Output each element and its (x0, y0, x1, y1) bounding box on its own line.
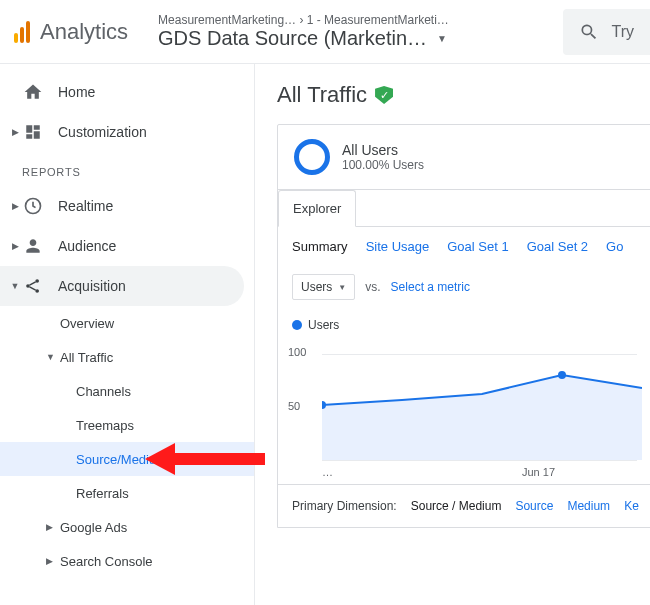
sidebar-sub-all-traffic[interactable]: ▼All Traffic (0, 340, 254, 374)
metric-dropdown[interactable]: Users▼ (292, 274, 355, 300)
chevron-down-icon[interactable]: ▼ (437, 33, 447, 44)
sidebar-item-home[interactable]: Home (0, 72, 254, 112)
sidebar-item-acquisition[interactable]: ▼ Acquisition (0, 266, 244, 306)
sidebar: Home ▶ Customization REPORTS ▶ Realtime … (0, 64, 255, 605)
sidebar-sub2-source-medium[interactable]: Source/Medium (0, 442, 254, 476)
legend-label: Users (308, 318, 339, 332)
person-icon (22, 235, 44, 257)
search-placeholder: Try (611, 23, 634, 41)
sidebar-section-reports: REPORTS (0, 152, 254, 186)
pd-keyword[interactable]: Ke (624, 499, 639, 513)
sidebar-sub-overview[interactable]: Overview (0, 306, 254, 340)
select-metric-link[interactable]: Select a metric (391, 280, 470, 294)
home-icon (22, 81, 44, 103)
pd-medium[interactable]: Medium (567, 499, 610, 513)
pd-source[interactable]: Source (515, 499, 553, 513)
segment-row[interactable]: All Users 100.00% Users (278, 125, 650, 190)
ga-logo-icon (14, 21, 30, 43)
dashboard-icon (22, 121, 44, 143)
subtab-goal-set-2[interactable]: Goal Set 2 (527, 239, 588, 254)
sidebar-item-customization[interactable]: ▶ Customization (0, 112, 254, 152)
subtab-goal-set-1[interactable]: Goal Set 1 (447, 239, 508, 254)
clock-icon (22, 195, 44, 217)
sidebar-sub2-channels[interactable]: Channels (0, 374, 254, 408)
breadcrumb-title: GDS Data Source (Marketin… (158, 27, 427, 50)
sidebar-sub-search-console[interactable]: ▶Search Console (0, 544, 254, 578)
chevron-down-icon: ▼ (338, 283, 346, 292)
sidebar-sub2-treemaps[interactable]: Treemaps (0, 408, 254, 442)
product-name: Analytics (40, 19, 128, 45)
pd-source-medium[interactable]: Source / Medium (411, 499, 502, 513)
subtab-more[interactable]: Go (606, 239, 623, 254)
subtab-summary[interactable]: Summary (292, 239, 348, 254)
share-icon (22, 275, 44, 297)
search-icon (579, 22, 599, 42)
chart-area: 100 50 … Jun 17 (292, 340, 637, 480)
sidebar-sub-google-ads[interactable]: ▶Google Ads (0, 510, 254, 544)
tab-explorer[interactable]: Explorer (278, 190, 356, 227)
svg-point-5 (558, 371, 566, 379)
segment-sub: 100.00% Users (342, 158, 424, 172)
sidebar-item-realtime[interactable]: ▶ Realtime (0, 186, 254, 226)
breadcrumb-path: MeasurementMarketing… › 1 - MeasurementM… (158, 13, 553, 27)
vs-label: vs. (365, 280, 380, 294)
breadcrumb[interactable]: MeasurementMarketing… › 1 - MeasurementM… (158, 13, 553, 50)
segment-circle-icon (294, 139, 330, 175)
subtab-site-usage[interactable]: Site Usage (366, 239, 430, 254)
page-title: All Traffic (277, 82, 367, 108)
sidebar-sub2-referrals[interactable]: Referrals (0, 476, 254, 510)
segment-name: All Users (342, 142, 424, 158)
primary-dimension-label: Primary Dimension: (292, 499, 397, 513)
legend-dot-icon (292, 320, 302, 330)
verified-shield-icon: ✓ (375, 86, 393, 104)
sidebar-item-audience[interactable]: ▶ Audience (0, 226, 254, 266)
search-input[interactable]: Try (563, 9, 650, 55)
